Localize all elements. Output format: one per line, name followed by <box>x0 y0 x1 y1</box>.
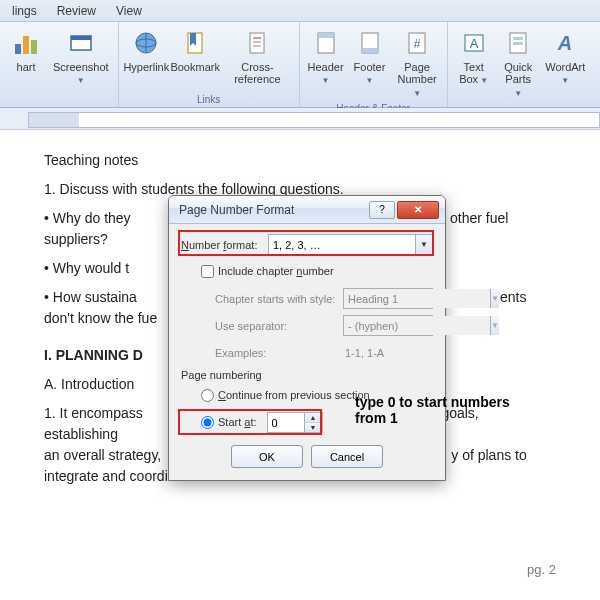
ribbon-group-text: A Text Box ▼ Quick Parts ▼ A WordArt▼ A … <box>448 22 600 107</box>
help-button[interactable]: ? <box>369 201 395 219</box>
dropdown-arrow-icon: ▼ <box>478 76 488 85</box>
ribbon-group-header-footer: Header▼ Footer▼ # Page Number ▼ Header &… <box>300 22 448 107</box>
svg-rect-4 <box>71 36 91 40</box>
footer-label: Footer <box>354 61 386 73</box>
dropdown-arrow-icon: ▼ <box>490 289 499 308</box>
doc-line: Teaching notes <box>44 150 556 171</box>
dropdown-arrow-icon: ▼ <box>490 316 499 335</box>
start-at-input[interactable] <box>268 413 304 432</box>
examples-label: Examples: <box>215 347 345 359</box>
screenshot-button[interactable]: Screenshot▼ <box>48 24 114 89</box>
header-button[interactable]: Header▼ <box>304 24 348 89</box>
hyperlink-button[interactable]: Hyperlink <box>123 24 170 76</box>
svg-rect-23 <box>513 42 523 45</box>
cross-reference-label: Cross-reference <box>225 61 289 85</box>
spinner-down-icon[interactable]: ▼ <box>305 423 322 432</box>
footer-icon <box>354 27 386 59</box>
dialog-titlebar[interactable]: Page Number Format ? ✕ <box>169 196 445 224</box>
quick-parts-label: Quick Parts <box>504 61 532 85</box>
continue-radio[interactable] <box>201 389 214 402</box>
quick-parts-button[interactable]: Quick Parts ▼ <box>496 24 541 102</box>
drop-cap-button[interactable]: A Drop Cap <box>590 24 600 88</box>
ribbon-tabs: lings Review View <box>0 0 600 22</box>
page-number-display: pg. 2 <box>527 560 556 580</box>
svg-rect-0 <box>15 44 21 54</box>
cancel-button[interactable]: Cancel <box>311 445 383 468</box>
separator-input <box>344 316 490 335</box>
hyperlink-label: Hyperlink <box>123 61 169 73</box>
wordart-button[interactable]: A WordArt▼ <box>541 24 590 89</box>
page-number-label: Page Number <box>398 61 437 85</box>
svg-text:A: A <box>469 36 478 51</box>
spinner-up-icon[interactable]: ▲ <box>305 413 322 423</box>
header-label: Header <box>307 61 343 73</box>
number-format-label: NNumber format:umber format: <box>181 239 268 251</box>
chapter-style-combo: ▼ <box>343 288 433 309</box>
header-icon <box>310 27 342 59</box>
tab-review[interactable]: Review <box>47 4 106 18</box>
annotation-text: type 0 to start numbers from 1 <box>355 394 510 426</box>
include-chapter-checkbox-label[interactable]: Include chapter number <box>201 265 334 279</box>
chart-icon <box>10 27 42 59</box>
chart-button[interactable]: hart <box>4 24 48 76</box>
svg-text:A: A <box>557 32 572 54</box>
ruler-area <box>0 108 600 130</box>
svg-rect-14 <box>318 33 334 38</box>
start-at-radio-label[interactable]: Start at: <box>201 416 257 430</box>
svg-text:#: # <box>414 37 421 51</box>
svg-rect-9 <box>250 33 264 53</box>
text-box-icon: A <box>458 27 490 59</box>
ribbon-group-illustrations-partial: hart Screenshot▼ <box>0 22 119 107</box>
close-button[interactable]: ✕ <box>397 201 439 219</box>
ribbon: hart Screenshot▼ Hyperlink Bookmark Cros… <box>0 22 600 108</box>
tab-mailings-partial[interactable]: lings <box>2 4 47 18</box>
dropdown-arrow-icon[interactable]: ▼ <box>415 235 432 254</box>
wordart-label: WordArt <box>545 61 585 73</box>
page-number-icon: # <box>401 27 433 59</box>
page-number-format-dialog: Page Number Format ? ✕ NNumber format:um… <box>168 195 446 481</box>
chart-label: hart <box>17 61 36 73</box>
continue-radio-label[interactable]: Continue from previous section <box>201 389 370 403</box>
page-numbering-label: Page numbering <box>181 369 433 381</box>
separator-label: Use separator: <box>215 320 343 332</box>
dropdown-arrow-icon: ▼ <box>322 76 330 85</box>
dropdown-arrow-icon: ▼ <box>366 76 374 85</box>
chapter-style-input <box>344 289 490 308</box>
text-box-button[interactable]: A Text Box ▼ <box>452 24 496 89</box>
quick-parts-icon <box>502 27 534 59</box>
number-format-combo[interactable]: ▼ <box>268 234 433 255</box>
svg-rect-22 <box>513 37 523 40</box>
bookmark-button[interactable]: Bookmark <box>170 24 220 76</box>
drop-cap-icon: A <box>596 27 600 59</box>
svg-rect-1 <box>23 36 29 54</box>
ruler[interactable] <box>28 112 600 128</box>
group-links-label: Links <box>123 93 295 106</box>
footer-button[interactable]: Footer▼ <box>348 24 392 89</box>
dropdown-arrow-icon: ▼ <box>561 76 569 85</box>
separator-combo: ▼ <box>343 315 433 336</box>
svg-rect-2 <box>31 40 37 54</box>
ok-button[interactable]: OK <box>231 445 303 468</box>
bookmark-icon <box>179 27 211 59</box>
bookmark-label: Bookmark <box>170 61 220 73</box>
wordart-icon: A <box>549 27 581 59</box>
examples-value: 1-1, 1-A <box>345 347 384 359</box>
screenshot-label: Screenshot <box>53 61 109 73</box>
ribbon-group-links: Hyperlink Bookmark Cross-reference Links <box>119 22 300 107</box>
page-number-button[interactable]: # Page Number ▼ <box>392 24 443 102</box>
start-at-radio[interactable] <box>201 416 214 429</box>
svg-rect-16 <box>362 48 378 53</box>
screenshot-icon <box>65 27 97 59</box>
dropdown-arrow-icon: ▼ <box>514 89 522 98</box>
hyperlink-icon <box>130 27 162 59</box>
dropdown-arrow-icon: ▼ <box>413 89 421 98</box>
number-format-input[interactable] <box>269 235 415 254</box>
dropdown-arrow-icon: ▼ <box>77 76 85 85</box>
dialog-title-text: Page Number Format <box>179 203 367 217</box>
cross-reference-icon <box>241 27 273 59</box>
chapter-style-label: Chapter starts with style: <box>215 293 343 305</box>
include-chapter-checkbox[interactable] <box>201 265 214 278</box>
cross-reference-button[interactable]: Cross-reference <box>220 24 294 88</box>
start-at-spinner[interactable]: ▲▼ <box>267 412 323 433</box>
tab-view[interactable]: View <box>106 4 152 18</box>
